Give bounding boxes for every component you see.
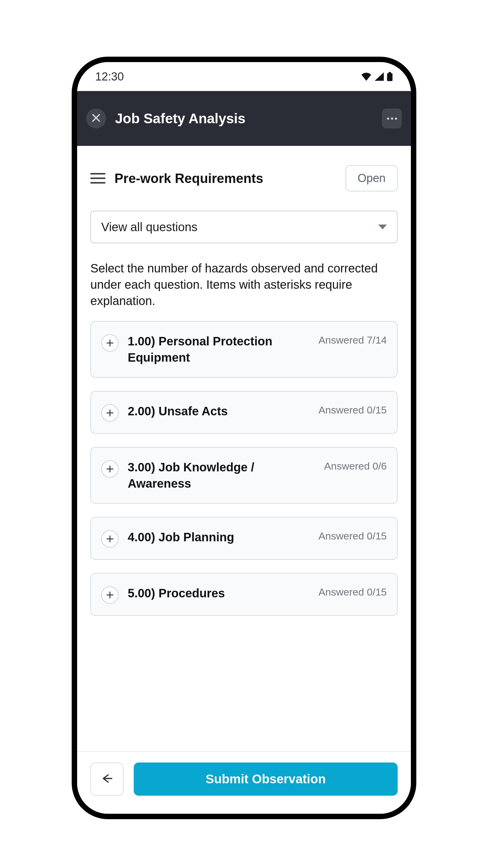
status-time: 12:30 [95,70,124,83]
chevron-down-icon [378,224,387,229]
question-group-status: Answered 7/14 [318,333,387,346]
svg-rect-1 [387,73,392,81]
expand-button[interactable] [101,586,119,604]
status-bar: 12:30 [77,62,411,91]
question-group-item[interactable]: 5.00) Procedures Answered 0/15 [90,573,398,616]
cellular-icon [375,72,384,81]
expand-button[interactable] [101,530,119,548]
submit-button[interactable]: Submit Observation [134,763,398,796]
question-group-status: Answered 0/15 [318,403,387,416]
expand-button[interactable] [101,334,119,352]
expand-button[interactable] [101,460,119,478]
back-button[interactable] [90,763,124,796]
status-icons [361,72,393,81]
phone-frame: 12:30 [72,57,416,819]
question-group-status: Answered 0/15 [318,529,387,542]
question-group-item[interactable]: 2.00) Unsafe Acts Answered 0/15 [90,391,398,434]
app-bar: Job Safety Analysis [77,91,411,146]
plus-icon [106,339,114,347]
more-icon [387,118,397,120]
content-area: Pre-work Requirements Open View all ques… [77,146,411,814]
question-group-status: Answered 0/15 [318,585,387,598]
svg-rect-0 [389,72,391,73]
open-button[interactable]: Open [346,165,398,191]
section-title: Pre-work Requirements [115,171,336,186]
battery-icon [387,72,393,81]
section-header: Pre-work Requirements Open [77,146,411,200]
question-group-title: 3.00) Job Knowledge / Awareness [128,459,318,492]
question-group-status: Answered 0/6 [324,459,387,472]
question-group-item[interactable]: 3.00) Job Knowledge / Awareness Answered… [90,447,398,504]
plus-icon [106,591,114,599]
expand-button[interactable] [101,404,119,422]
question-group-title: 5.00) Procedures [128,585,313,601]
app-title: Job Safety Analysis [115,110,373,127]
question-group-item[interactable]: 4.00) Job Planning Answered 0/15 [90,517,398,560]
instruction-text: Select the number of hazards observed an… [90,260,398,309]
wifi-icon [361,72,372,81]
question-group-title: 2.00) Unsafe Acts [128,403,313,419]
close-button[interactable] [86,108,106,128]
filter-dropdown-label: View all questions [101,220,197,234]
plus-icon [106,465,114,473]
arrow-left-icon [101,774,113,784]
close-icon [92,113,101,124]
menu-button[interactable] [90,173,105,184]
plus-icon [106,535,114,543]
question-group-list: 1.00) Personal Protection Equipment Answ… [90,321,398,616]
question-group-item[interactable]: 1.00) Personal Protection Equipment Answ… [90,321,398,378]
plus-icon [106,409,114,417]
filter-dropdown[interactable]: View all questions [90,211,398,243]
question-group-title: 4.00) Job Planning [128,529,313,545]
more-button[interactable] [382,108,402,128]
footer-bar: Submit Observation [77,751,411,814]
question-group-title: 1.00) Personal Protection Equipment [128,333,313,366]
